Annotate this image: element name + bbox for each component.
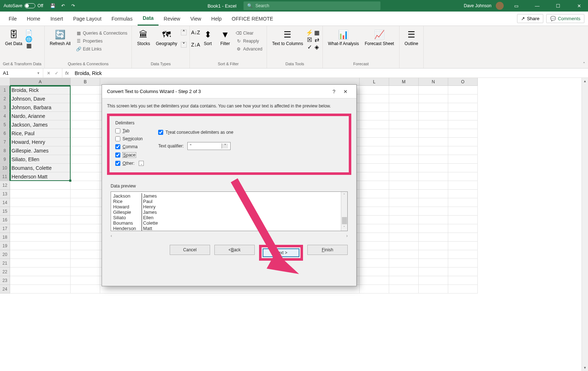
cell[interactable] — [389, 103, 419, 112]
cell[interactable] — [71, 172, 100, 181]
cell[interactable] — [389, 112, 419, 120]
cell[interactable] — [419, 224, 448, 233]
treat-consecutive-checkbox[interactable]: Treat consecutive delimiters as one — [158, 130, 233, 135]
cell[interactable] — [71, 129, 100, 138]
cell[interactable] — [71, 233, 100, 242]
delimiter-comma-checkbox[interactable]: Comma — [115, 144, 144, 149]
outline-button[interactable]: ☰Outline — [402, 27, 420, 48]
ribbon-display-icon[interactable]: ▭ — [508, 0, 525, 12]
from-text-icon[interactable]: 📄 — [26, 30, 32, 35]
cell[interactable] — [419, 259, 448, 268]
row-header[interactable]: 3 — [0, 103, 10, 112]
cell[interactable] — [448, 207, 478, 216]
cell[interactable] — [360, 250, 389, 259]
other-delimiter-input[interactable] — [139, 161, 144, 166]
chevron-down-icon[interactable]: ▼ — [37, 71, 40, 75]
cell[interactable] — [389, 276, 419, 285]
cell[interactable] — [419, 216, 448, 224]
cancel-button[interactable]: Cancel — [170, 245, 210, 255]
chevron-down-icon[interactable]: ˅ — [181, 42, 187, 48]
cell[interactable] — [360, 146, 389, 155]
dialog-titlebar[interactable]: Convert Text to Columns Wizard - Step 2 … — [102, 85, 356, 98]
cell[interactable] — [360, 129, 389, 138]
cell[interactable] — [419, 172, 448, 181]
tab-file[interactable]: File — [4, 12, 22, 25]
cell[interactable] — [71, 276, 100, 285]
cell[interactable] — [71, 138, 100, 146]
cell[interactable] — [71, 242, 100, 250]
cell[interactable] — [10, 233, 71, 242]
cell[interactable] — [419, 103, 448, 112]
cell[interactable] — [360, 198, 389, 207]
cell[interactable] — [71, 285, 100, 293]
scrollbar-thumb[interactable] — [342, 217, 347, 224]
row-header[interactable]: 11 — [0, 172, 10, 181]
cell[interactable] — [10, 216, 71, 224]
cell[interactable] — [389, 233, 419, 242]
undo-icon[interactable]: ↶ — [60, 3, 66, 9]
cell[interactable] — [419, 233, 448, 242]
cell[interactable] — [360, 94, 389, 103]
row-header[interactable]: 22 — [0, 268, 10, 276]
relationships-icon[interactable]: ⇄ — [314, 37, 320, 43]
cell[interactable]: Johnson, Barbara — [10, 103, 71, 112]
cell[interactable] — [419, 242, 448, 250]
scroll-up-icon[interactable]: ▲ — [582, 78, 588, 84]
next-button[interactable]: Next > — [263, 248, 299, 257]
cell[interactable]: Rice, Paul — [10, 129, 71, 138]
back-button[interactable]: < Back — [214, 245, 255, 255]
fx-icon[interactable]: fx — [62, 70, 72, 76]
row-header[interactable]: 24 — [0, 285, 10, 293]
remove-duplicates-icon[interactable]: ☒ — [307, 37, 312, 43]
row-header[interactable]: 6 — [0, 129, 10, 138]
from-web-icon[interactable]: 🌐 — [26, 36, 32, 42]
cell[interactable] — [360, 285, 389, 293]
col-header-n[interactable]: N — [419, 78, 448, 86]
cell[interactable] — [10, 250, 71, 259]
row-header[interactable]: 14 — [0, 198, 10, 207]
tab-page-layout[interactable]: Page Layout — [68, 12, 107, 25]
cell[interactable] — [448, 138, 478, 146]
cell[interactable] — [10, 285, 71, 293]
cancel-entry-icon[interactable]: ✕ — [47, 71, 50, 76]
cell[interactable] — [360, 155, 389, 164]
cell[interactable] — [419, 155, 448, 164]
close-icon[interactable]: ✕ — [340, 89, 351, 94]
cell[interactable] — [71, 207, 100, 216]
chevron-up-icon[interactable]: ˄ — [181, 30, 187, 35]
properties-button[interactable]: ☰Properties — [74, 37, 129, 45]
cell[interactable] — [448, 120, 478, 129]
vertical-scrollbar[interactable]: ▲ ▼ — [582, 78, 588, 371]
cell[interactable] — [419, 86, 448, 94]
cell[interactable] — [71, 94, 100, 103]
edit-links-button[interactable]: 🔗Edit Links — [74, 45, 129, 53]
from-table-icon[interactable]: ▦ — [26, 43, 32, 48]
cell[interactable] — [389, 250, 419, 259]
cell[interactable] — [419, 138, 448, 146]
row-header[interactable]: 17 — [0, 224, 10, 233]
delimiter-semicolon-checkbox[interactable]: Semicolon — [115, 136, 144, 141]
cell[interactable] — [389, 268, 419, 276]
data-model-icon[interactable]: ◈ — [314, 44, 320, 50]
row-header[interactable]: 4 — [0, 112, 10, 120]
cell[interactable] — [389, 259, 419, 268]
cell[interactable]: Nardo, Arianne — [10, 112, 71, 120]
cell[interactable] — [448, 242, 478, 250]
col-header-m[interactable]: M — [389, 78, 419, 86]
cell[interactable]: Henderson Matt — [10, 172, 71, 181]
col-header-a[interactable]: A — [10, 78, 71, 86]
text-qualifier-select[interactable]: " ˅ — [187, 142, 231, 150]
cell[interactable] — [71, 155, 100, 164]
cell[interactable] — [71, 268, 100, 276]
cell[interactable] — [71, 103, 100, 112]
cell[interactable] — [360, 181, 389, 190]
text-to-columns-button[interactable]: ☰Text to Columns — [270, 27, 305, 48]
refresh-all-button[interactable]: 🔄 Refresh All — [48, 27, 73, 48]
reapply-button[interactable]: ↻Reapply — [235, 37, 264, 45]
cell[interactable] — [419, 146, 448, 155]
cell[interactable] — [389, 242, 419, 250]
cell[interactable] — [389, 285, 419, 293]
cell[interactable] — [360, 207, 389, 216]
cell[interactable] — [360, 224, 389, 233]
enter-entry-icon[interactable]: ✓ — [55, 71, 58, 76]
